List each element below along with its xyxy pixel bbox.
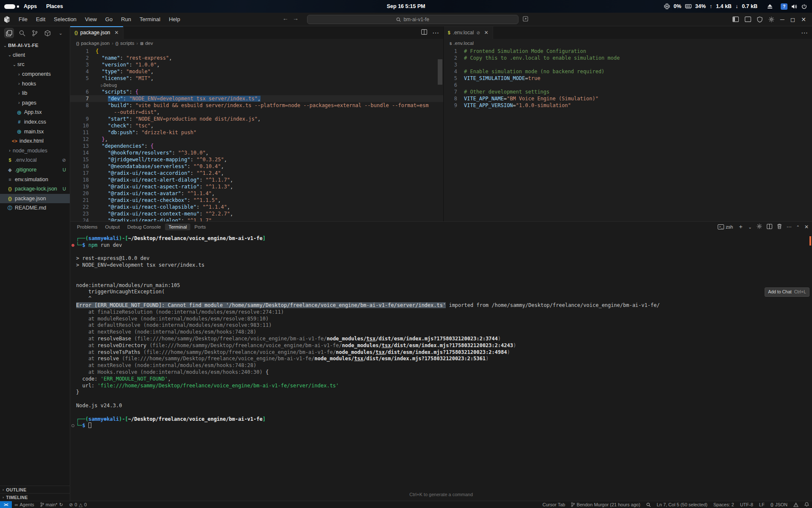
tree-item--env-local[interactable]: $.env.local⊘ — [0, 155, 70, 165]
tab-package-json[interactable]: {} package.json ✕ — [70, 26, 123, 39]
timeline-label: TIMELINE — [6, 495, 27, 500]
power-icon[interactable] — [801, 4, 807, 9]
breadcrumb-item[interactable]: package.json — [81, 41, 110, 46]
close-panel-icon[interactable]: ✕ — [804, 224, 809, 230]
editor-more-actions-icon[interactable]: ⋯ — [432, 29, 439, 37]
panel-tab-debug-console[interactable]: Debug Console — [124, 224, 164, 230]
nav-back-button[interactable]: ← — [283, 15, 288, 22]
panel-tab-output[interactable]: Output — [102, 224, 123, 230]
line-number: 8 — [444, 95, 457, 102]
terminal-shell-badge[interactable]: >_ zsh — [718, 224, 733, 229]
tree-item-package-json[interactable]: {}package.json — [0, 194, 70, 204]
tree-item-package-lock-json[interactable]: {}package-lock.jsonU — [0, 184, 70, 194]
tree-item-env-simulation[interactable]: ≡env.simulation — [0, 174, 70, 184]
split-terminal-icon[interactable] — [767, 224, 772, 230]
privacy-shield-icon[interactable] — [757, 17, 763, 22]
explorer-icon[interactable] — [4, 28, 14, 38]
window-close-button[interactable]: ✕ — [801, 16, 806, 23]
commit-info-status-item[interactable]: Bendon Murgor (21 hours ago) — [568, 501, 643, 508]
code-editor-package-json[interactable]: 1{2 "name": "rest-express",3 "version": … — [70, 47, 443, 221]
agents-status-item[interactable]: ∞ Agents — [12, 501, 37, 508]
menu-terminal[interactable]: Terminal — [136, 15, 164, 24]
cursor-tab-status-item[interactable]: Cursor Tab — [540, 501, 568, 508]
split-editor-icon[interactable] — [421, 29, 427, 36]
outline-section-header[interactable]: › OUTLINE — [0, 486, 70, 493]
code-editor-env-local[interactable]: 1# Frontend Simulation Mode Configuratio… — [444, 47, 812, 221]
help-badge[interactable]: ? — [781, 3, 787, 10]
tree-item-readme-md[interactable]: ⓘREADME.md — [0, 203, 70, 213]
panel-more-actions-icon[interactable]: ⋯ — [787, 224, 792, 230]
menu-view[interactable]: View — [81, 15, 101, 24]
feedback-warning-icon[interactable] — [790, 501, 801, 508]
menu-run[interactable]: Run — [117, 15, 135, 24]
tree-item-pages[interactable]: ›pages — [0, 98, 70, 108]
code-line: 20 "@radix-ui/react-avatar": "^1.1.4", — [70, 190, 443, 197]
chevron-icon: ⌄ — [2, 43, 8, 48]
toggle-panel-icon[interactable] — [745, 17, 751, 22]
tree-item-index-html[interactable]: <>index.html — [0, 136, 70, 146]
breadcrumb-item[interactable]: scripts — [120, 41, 134, 46]
volume-icon[interactable] — [791, 4, 798, 9]
tree-item-bm-ai-v1-fe[interactable]: ⌄BM-AI-V1-FE — [0, 41, 70, 50]
encoding-status-item[interactable]: UTF-8 — [737, 501, 756, 508]
language-mode-status-item[interactable]: {} JSON — [768, 501, 790, 508]
tree-item-client[interactable]: ⌄client — [0, 50, 70, 60]
window-minimize-button[interactable]: ─ — [780, 16, 785, 23]
notifications-bell-icon[interactable] — [801, 501, 812, 508]
tree-item--gitignore[interactable]: ◈.gitignoreU — [0, 165, 70, 175]
tree-item-src[interactable]: ⌄src — [0, 60, 70, 69]
menu-selection[interactable]: Selection — [50, 15, 80, 24]
kill-terminal-trash-icon[interactable] — [777, 224, 782, 230]
menu-edit[interactable]: Edit — [32, 15, 49, 24]
tab-env-local[interactable]: $ .env.local ⊘ ✕ — [444, 26, 493, 39]
tab-close-icon[interactable]: ✕ — [115, 30, 119, 36]
menu-help[interactable]: Help — [165, 15, 184, 24]
tab-close-icon[interactable]: ✕ — [484, 30, 488, 36]
tree-item-app-tsx[interactable]: ◎App.tsx — [0, 108, 70, 117]
extensions-icon[interactable] — [43, 28, 52, 38]
breadcrumb-right[interactable]: $.env.local — [444, 39, 812, 47]
tree-item-components[interactable]: ›components — [0, 69, 70, 79]
code-line: --outdir=dist", — [70, 109, 443, 116]
tree-item-main-tsx[interactable]: ◎main.tsx — [0, 127, 70, 136]
command-center-search[interactable]: bm-ai-v1-fe — [307, 15, 518, 24]
menu-go[interactable]: Go — [102, 15, 116, 24]
timeline-section-header[interactable]: › TIMELINE — [0, 493, 70, 501]
panel-tab-ports[interactable]: Ports — [191, 224, 209, 230]
window-maximize-button[interactable]: ◻ — [790, 16, 796, 23]
panel-tab-problems[interactable]: Problems — [74, 224, 101, 230]
tree-item-lib[interactable]: ›lib — [0, 88, 70, 98]
problems-status-item[interactable]: ⊘ 0 △ 0 — [66, 501, 90, 508]
maximize-panel-chevron-icon[interactable]: ⌃ — [796, 225, 800, 229]
search-activity-icon[interactable] — [17, 28, 27, 38]
search-status-icon[interactable] — [643, 501, 654, 508]
eject-icon[interactable] — [767, 4, 773, 9]
editor-more-actions-icon[interactable]: ⋯ — [801, 29, 808, 37]
eol-status-item[interactable]: LF — [756, 501, 768, 508]
nav-forward-button[interactable]: → — [293, 15, 299, 22]
settings-gear-icon[interactable] — [768, 17, 774, 22]
tree-item-node-modules[interactable]: ›node_modules — [0, 146, 70, 156]
source-control-icon[interactable] — [30, 28, 40, 38]
cursor-position-status-item[interactable]: Ln 7, Col 5 (50 selected) — [654, 501, 710, 508]
new-terminal-icon[interactable]: ＋ — [738, 223, 743, 231]
breadcrumb-item[interactable]: .env.local — [453, 41, 474, 46]
breadcrumb-item[interactable]: dev — [145, 41, 153, 46]
terminal-output[interactable]: Add to Chat Ctrl+L Ctrl+K to generate a … — [70, 232, 812, 501]
toggle-sidebar-icon[interactable] — [732, 17, 739, 22]
file-type-icon: ◈ — [7, 167, 13, 173]
tree-item-hooks[interactable]: ›hooks — [0, 79, 70, 88]
remote-indicator[interactable]: >< — [0, 501, 12, 508]
menu-file[interactable]: File — [15, 15, 31, 24]
tree-item-label: pages — [22, 100, 36, 106]
activity-more-chevron-icon[interactable]: ⌄ — [56, 28, 66, 38]
panel-settings-gear-icon[interactable] — [757, 224, 762, 230]
terminal-dropdown-chevron-icon[interactable]: ⌄ — [748, 225, 752, 229]
panel-tab-terminal[interactable]: Terminal — [165, 224, 190, 230]
git-status-badge: ⊘ — [62, 157, 70, 163]
git-branch-status-item[interactable]: main* ↻ — [37, 501, 66, 508]
open-window-icon[interactable] — [523, 16, 528, 23]
indentation-status-item[interactable]: Spaces: 2 — [710, 501, 737, 508]
tree-item-index-css[interactable]: #index.css — [0, 117, 70, 127]
breadcrumb-left[interactable]: {}package.json›{}scripts›⊞dev — [70, 39, 443, 47]
